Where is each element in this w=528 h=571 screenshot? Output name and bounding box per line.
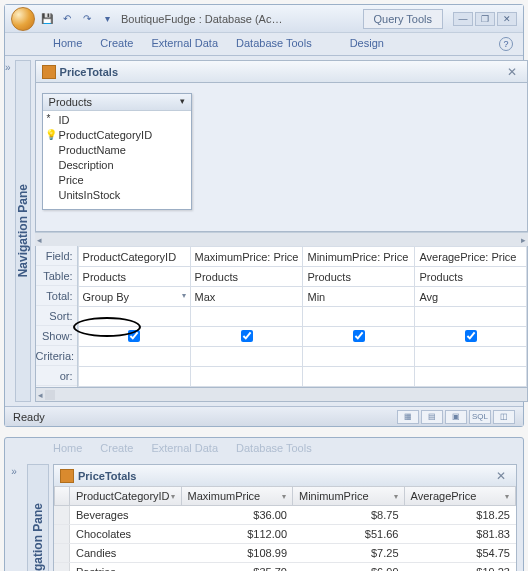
cell-total-0[interactable]: Group By▾ xyxy=(78,287,190,307)
shutterbar-toggle[interactable]: » xyxy=(5,56,11,406)
navigation-pane-collapsed-2[interactable]: Navigation Pane xyxy=(27,464,49,571)
cell-table-1[interactable]: Products xyxy=(190,267,303,287)
col-productcategoryid[interactable]: ProductCategoryID▾ xyxy=(70,486,182,506)
navigation-pane-collapsed[interactable]: Navigation Pane xyxy=(15,60,31,402)
cell-criteria-0[interactable] xyxy=(78,347,190,367)
total-dropdown-icon[interactable]: ▾ xyxy=(182,291,186,300)
restore-button[interactable]: ❐ xyxy=(475,12,495,26)
close-button[interactable]: ✕ xyxy=(497,12,517,26)
cell-sort-3[interactable] xyxy=(415,307,527,327)
save-icon[interactable]: 💾 xyxy=(39,11,55,27)
cell-avg[interactable]: $81.83 xyxy=(405,525,517,543)
cell-table-3[interactable]: Products xyxy=(415,267,527,287)
row-selector[interactable] xyxy=(54,544,70,562)
cell-criteria-3[interactable] xyxy=(415,347,527,367)
cell-show-0[interactable] xyxy=(78,327,190,347)
col-minimumprice[interactable]: MinimumPrice▾ xyxy=(293,486,405,506)
office-orb-button[interactable] xyxy=(11,7,35,31)
cell-field-3[interactable]: AveragePrice: Price xyxy=(415,247,527,267)
show-checkbox-2[interactable] xyxy=(353,330,365,342)
table-row[interactable]: Pastries$35.70$6.99$19.23 xyxy=(54,563,516,571)
col-averageprice[interactable]: AveragePrice▾ xyxy=(405,486,517,506)
view-design-icon[interactable]: ◫ xyxy=(493,410,515,424)
cell-max[interactable]: $36.00 xyxy=(182,506,294,524)
view-pivotchart-icon[interactable]: ▣ xyxy=(445,410,467,424)
shutterbar-toggle-2[interactable]: » xyxy=(5,460,23,571)
table-row[interactable]: Beverages$36.00$8.75$18.25 xyxy=(54,506,516,525)
cell-table-2[interactable]: Products xyxy=(303,267,415,287)
tab-close-icon-2[interactable]: ✕ xyxy=(492,469,510,483)
cell-max[interactable]: $35.70 xyxy=(182,563,294,571)
cell-total-3[interactable]: Avg xyxy=(415,287,527,307)
show-checkbox-0[interactable] xyxy=(128,330,140,342)
cell-show-2[interactable] xyxy=(303,327,415,347)
cell-field-1[interactable]: MaximumPrice: Price xyxy=(190,247,303,267)
row-selector-header[interactable] xyxy=(54,486,70,506)
diagram-hscroll[interactable]: ◂▸ xyxy=(35,232,528,246)
cell-cat[interactable]: Pastries xyxy=(70,563,182,571)
cell-or-2[interactable] xyxy=(303,367,415,387)
cell-or-3[interactable] xyxy=(415,367,527,387)
row-selector[interactable] xyxy=(54,525,70,543)
row-selector[interactable] xyxy=(54,563,70,571)
tab-databasetools[interactable]: Database Tools xyxy=(236,37,312,49)
asterisk-field[interactable]: * xyxy=(47,113,51,124)
cell-show-3[interactable] xyxy=(415,327,527,347)
object-tab[interactable]: PriceTotals ✕ xyxy=(35,60,528,82)
cell-criteria-1[interactable] xyxy=(190,347,303,367)
cell-avg[interactable]: $54.75 xyxy=(405,544,517,562)
view-sql-icon[interactable]: SQL xyxy=(469,410,491,424)
cell-avg[interactable]: $18.25 xyxy=(405,506,517,524)
datasheet[interactable]: ProductCategoryID▾ MaximumPrice▾ Minimum… xyxy=(53,486,517,571)
cell-or-1[interactable] xyxy=(190,367,303,387)
field-unitsinstock[interactable]: UnitsInStock xyxy=(59,188,189,203)
cell-criteria-2[interactable] xyxy=(303,347,415,367)
field-productname[interactable]: ProductName xyxy=(59,143,189,158)
undo-icon[interactable]: ↶ xyxy=(59,11,75,27)
cell-show-1[interactable] xyxy=(190,327,303,347)
cell-table-0[interactable]: Products xyxy=(78,267,190,287)
field-id[interactable]: ID xyxy=(59,113,189,128)
help-icon[interactable]: ? xyxy=(499,37,513,51)
qat-dropdown-icon[interactable]: ▾ xyxy=(99,11,115,27)
redo-icon[interactable]: ↷ xyxy=(79,11,95,27)
field-description[interactable]: Description xyxy=(59,158,189,173)
qbe-hscroll[interactable]: ◂ xyxy=(35,388,528,402)
tab-design[interactable]: Design xyxy=(350,37,384,49)
col-maximumprice[interactable]: MaximumPrice▾ xyxy=(182,486,294,506)
view-pivottable-icon[interactable]: ▤ xyxy=(421,410,443,424)
cell-field-2[interactable]: MinimumPrice: Price xyxy=(303,247,415,267)
cell-cat[interactable]: Beverages xyxy=(70,506,182,524)
table-row[interactable]: Candies$108.99$7.25$54.75 xyxy=(54,544,516,563)
cell-sort-1[interactable] xyxy=(190,307,303,327)
table-products[interactable]: Products▾ * 💡 ID ProductCategoryID Produ… xyxy=(42,93,192,210)
cell-total-1[interactable]: Max xyxy=(190,287,303,307)
field-price[interactable]: Price xyxy=(59,173,189,188)
cell-or-0[interactable] xyxy=(78,367,190,387)
cell-max[interactable]: $112.00 xyxy=(182,525,294,543)
row-selector[interactable] xyxy=(54,506,70,524)
minimize-button[interactable]: — xyxy=(453,12,473,26)
cell-total-2[interactable]: Min xyxy=(303,287,415,307)
cell-sort-2[interactable] xyxy=(303,307,415,327)
cell-avg[interactable]: $19.23 xyxy=(405,563,517,571)
cell-min[interactable]: $6.99 xyxy=(293,563,405,571)
tab-create[interactable]: Create xyxy=(100,37,133,49)
cell-min[interactable]: $51.66 xyxy=(293,525,405,543)
tab-home[interactable]: Home xyxy=(53,37,82,49)
query-diagram-pane[interactable]: Products▾ * 💡 ID ProductCategoryID Produ… xyxy=(35,82,528,232)
qbe-columns[interactable]: ProductCategoryID MaximumPrice: Price Mi… xyxy=(78,246,528,387)
cell-cat[interactable]: Chocolates xyxy=(70,525,182,543)
cell-max[interactable]: $108.99 xyxy=(182,544,294,562)
cell-sort-0[interactable] xyxy=(78,307,190,327)
view-datasheet-icon[interactable]: ▦ xyxy=(397,410,419,424)
cell-cat[interactable]: Candies xyxy=(70,544,182,562)
tab-externaldata[interactable]: External Data xyxy=(151,37,218,49)
cell-min[interactable]: $7.25 xyxy=(293,544,405,562)
cell-field-0[interactable]: ProductCategoryID xyxy=(78,247,190,267)
cell-min[interactable]: $8.75 xyxy=(293,506,405,524)
show-checkbox-1[interactable] xyxy=(241,330,253,342)
table-menu-icon[interactable]: ▾ xyxy=(180,96,185,108)
object-tab-2[interactable]: PriceTotals ✕ xyxy=(53,464,517,486)
contextual-tab-querytools[interactable]: Query Tools xyxy=(363,9,444,29)
